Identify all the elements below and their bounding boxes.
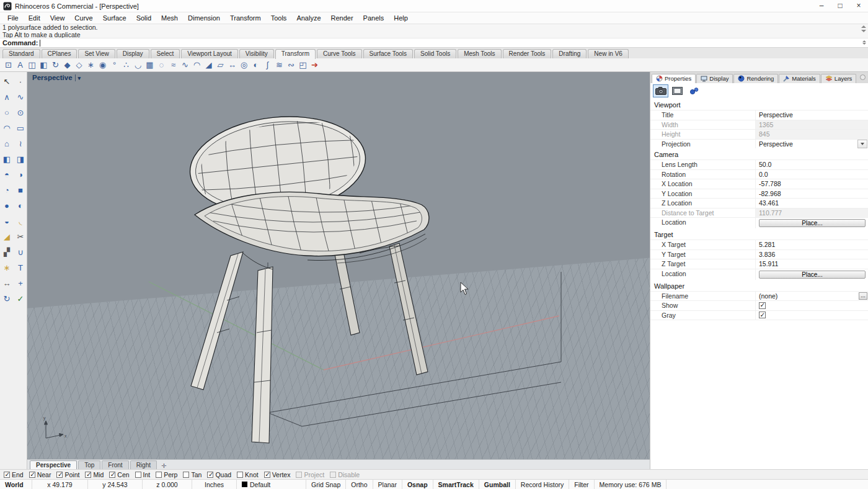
command-scroll-up-icon[interactable]: [862, 40, 866, 42]
panel-options-icon[interactable]: [860, 74, 866, 80]
new-viewport-tab-icon[interactable]: ✛: [158, 462, 169, 469]
osnap-toggle[interactable]: Tan: [183, 471, 202, 478]
point-icon[interactable]: ∙: [14, 76, 27, 88]
rotate-3d-icon[interactable]: ◆: [61, 59, 73, 71]
fillet-icon[interactable]: ◟: [14, 215, 27, 228]
browse-wallpaper-button[interactable]: ...: [859, 292, 867, 300]
split-icon[interactable]: ▞: [1, 246, 13, 259]
arc-icon[interactable]: ◠: [1, 122, 13, 135]
osnap-toggle[interactable]: Point: [56, 471, 79, 478]
rectangular-array-icon[interactable]: ▦: [144, 59, 156, 71]
splop-icon[interactable]: ◐: [250, 59, 262, 71]
scale-icon[interactable]: ◇: [73, 59, 85, 71]
chamfer-icon[interactable]: ◢: [1, 231, 13, 243]
cage-edit-icon[interactable]: ◰: [297, 59, 309, 71]
helix-icon[interactable]: ≀: [14, 138, 27, 150]
bend-icon[interactable]: ◠: [191, 59, 203, 71]
polar-array-icon[interactable]: ◌: [156, 59, 167, 71]
curve-icon[interactable]: ∿: [14, 91, 27, 104]
check-icon[interactable]: ✓: [14, 293, 27, 305]
minimize-button[interactable]: –: [812, 0, 831, 12]
maelstrom-icon[interactable]: ◎: [238, 59, 250, 71]
y-target-field[interactable]: 3.836: [756, 250, 868, 259]
menu-item[interactable]: Render: [326, 14, 358, 22]
wallpaper-filename-field[interactable]: (none) ...: [756, 292, 868, 301]
viewport-menu-arrow-icon[interactable]: [78, 74, 81, 81]
osnap-toggle[interactable]: Perp: [156, 471, 177, 478]
toolbar-tab[interactable]: Transform: [275, 49, 316, 59]
toolbar-tab[interactable]: Render Tools: [503, 49, 552, 58]
boolean-difference-icon[interactable]: ◒: [1, 215, 13, 228]
surface-icon[interactable]: ◧: [1, 153, 13, 166]
box-icon[interactable]: ■: [14, 184, 27, 197]
menu-item[interactable]: Curve: [69, 14, 97, 22]
toolbar-tab[interactable]: Mesh Tools: [458, 49, 501, 58]
orient-icon[interactable]: ∗: [85, 59, 97, 71]
projection-select[interactable]: Perspective: [756, 140, 868, 149]
polygon-icon[interactable]: ⌂: [1, 138, 13, 150]
tab-materials[interactable]: Materials: [779, 74, 820, 83]
menu-item[interactable]: Edit: [24, 14, 45, 22]
x-location-field[interactable]: -57.788: [756, 179, 868, 189]
toolbar-tab[interactable]: CPlanes: [42, 49, 78, 58]
projection-dropdown-icon[interactable]: [857, 140, 867, 149]
statusbar-field[interactable]: Planar: [373, 480, 402, 489]
viewport-title[interactable]: Perspective: [32, 74, 81, 81]
toolbar-tab[interactable]: Standard: [2, 49, 40, 58]
toolbar-tab[interactable]: Solid Tools: [414, 49, 456, 58]
menu-item[interactable]: Tools: [266, 14, 292, 22]
tab-properties[interactable]: Properties: [652, 74, 696, 83]
statusbar-field[interactable]: Osnap: [402, 480, 433, 489]
maximize-button[interactable]: □: [831, 0, 849, 12]
close-button[interactable]: ×: [849, 0, 868, 12]
statusbar-field[interactable]: Ortho: [346, 480, 373, 489]
boolean-union-icon[interactable]: ◐: [14, 200, 27, 212]
menu-item[interactable]: Help: [389, 14, 413, 22]
viewport-tab[interactable]: Perspective: [30, 460, 77, 469]
viewport-tab[interactable]: Right: [130, 460, 157, 469]
toolbar-tab[interactable]: New in V6: [588, 49, 629, 58]
analyze-direction-icon[interactable]: A: [14, 59, 26, 71]
set-points-icon[interactable]: ∴: [120, 59, 132, 71]
tab-display[interactable]: Display: [696, 74, 733, 83]
revolve-icon[interactable]: ◑: [14, 169, 27, 181]
tab-layers[interactable]: Layers: [821, 74, 857, 83]
statusbar-field[interactable]: Gumball: [479, 480, 516, 489]
statusbar-field[interactable]: Inches: [192, 480, 237, 489]
flow-along-surface-icon[interactable]: ≋: [273, 59, 285, 71]
menu-item[interactable]: Panels: [358, 14, 389, 22]
command-scroll-down-icon[interactable]: [862, 43, 866, 45]
menu-item[interactable]: Transform: [225, 14, 266, 22]
rotate-icon[interactable]: ↻: [1, 293, 13, 305]
gumball-toggle-icon[interactable]: ➔: [309, 59, 321, 71]
array-along-curve-icon[interactable]: ≈: [167, 59, 179, 71]
flow-along-curve-icon[interactable]: ∫: [262, 59, 273, 71]
scroll-down-icon[interactable]: [861, 30, 866, 32]
osnap-toggle[interactable]: Int: [135, 471, 151, 478]
x-target-field[interactable]: 5.281: [756, 240, 868, 249]
taper-icon[interactable]: ◢: [203, 59, 215, 71]
command-input[interactable]: Command:: [0, 38, 868, 48]
z-target-field[interactable]: 15.911: [756, 259, 868, 269]
shear-icon[interactable]: ▱: [215, 59, 226, 71]
explode-icon[interactable]: ∗: [1, 262, 13, 274]
tab-rendering[interactable]: Rendering: [733, 74, 778, 83]
osnap-toggle[interactable]: Knot: [237, 471, 259, 478]
menu-item[interactable]: File: [2, 14, 24, 22]
statusbar-field[interactable]: x 49.179: [32, 480, 88, 489]
rotation-field[interactable]: 0.0: [756, 170, 868, 179]
copy-icon[interactable]: ◫: [26, 59, 38, 71]
osnap-toggle[interactable]: Vertex: [264, 471, 291, 478]
move-icon[interactable]: ⊡: [2, 59, 14, 71]
camera-place-button[interactable]: Place...: [759, 219, 866, 227]
move-icon[interactable]: +: [14, 277, 27, 290]
target-place-button[interactable]: Place...: [759, 271, 866, 279]
osnap-toggle[interactable]: End: [4, 471, 24, 478]
sweep-icon[interactable]: ◔: [1, 184, 13, 197]
statusbar-field[interactable]: z 0.000: [143, 480, 192, 489]
twist-icon[interactable]: ∿: [179, 59, 191, 71]
statusbar-field[interactable]: y 24.543: [88, 480, 143, 489]
menu-item[interactable]: Analyze: [291, 14, 326, 22]
rectangle-icon[interactable]: ▭: [14, 122, 27, 135]
statusbar-field[interactable]: Memory use: 676 MB: [595, 480, 667, 489]
